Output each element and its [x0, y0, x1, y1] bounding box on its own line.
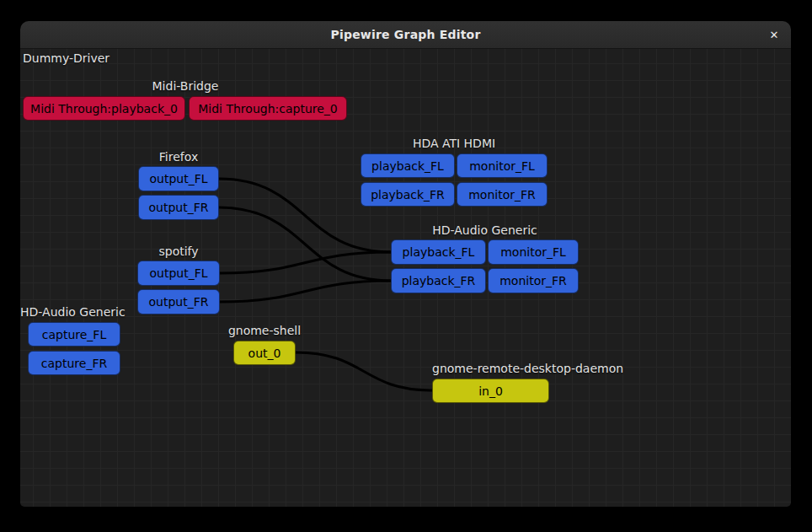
port-hd-audio-generic-playback-fr[interactable]: playback_FR — [391, 268, 486, 293]
node-dummy-driver-label[interactable]: Dummy-Driver — [23, 52, 110, 65]
node-gnome-remote-desktop-daemon-label[interactable]: gnome-remote-desktop-daemon — [432, 363, 623, 375]
titlebar[interactable]: Pipewire Graph Editor ✕ — [20, 21, 791, 49]
port-gnome-shell-out-0[interactable]: out_0 — [233, 341, 296, 365]
port-hd-audio-generic-capture-fl[interactable]: capture_FL — [28, 322, 120, 347]
node-hd-audio-generic-in-label[interactable]: HD-Audio Generic — [20, 306, 123, 319]
graph-canvas[interactable]: Dummy-Driver Midi-Bridge Midi Through:pl… — [20, 49, 791, 507]
node-gnome-shell-label[interactable]: gnome-shell — [227, 325, 302, 337]
port-hd-audio-generic-playback-fl[interactable]: playback_FL — [391, 239, 486, 265]
node-spotify-label[interactable]: spotify — [137, 245, 220, 258]
close-icon[interactable]: ✕ — [764, 24, 784, 45]
node-midi-bridge-label[interactable]: Midi-Bridge — [23, 80, 348, 93]
link-firefox-fr-to-hdaudio-playback-fr — [219, 207, 391, 281]
port-midi-through-playback-0[interactable]: Midi Through:playback_0 — [23, 96, 185, 121]
link-spotify-fl-to-hdaudio-playback-fl — [220, 252, 391, 273]
node-hd-audio-generic-out-label[interactable]: HD-Audio Generic — [391, 224, 579, 237]
node-firefox-label[interactable]: Firefox — [138, 151, 219, 164]
port-hda-ati-hdmi-monitor-fr[interactable]: monitor_FR — [457, 182, 548, 207]
window-title: Pipewire Graph Editor — [330, 28, 480, 41]
link-spotify-fr-to-hdaudio-playback-fr — [220, 281, 391, 302]
node-hda-ati-hdmi-label[interactable]: HDA ATI HDMI — [361, 137, 548, 150]
link-gnome-shell-out0-to-grd-in0 — [296, 352, 432, 390]
port-gnome-remote-desktop-daemon-in-0[interactable]: in_0 — [432, 379, 549, 403]
port-hd-audio-generic-monitor-fr[interactable]: monitor_FR — [488, 268, 579, 293]
pipewire-graph-editor-window: Pipewire Graph Editor ✕ Dummy-Driver Mid… — [20, 21, 791, 507]
port-spotify-output-fr[interactable]: output_FR — [137, 289, 220, 314]
port-hd-audio-generic-monitor-fl[interactable]: monitor_FL — [488, 239, 579, 265]
port-hda-ati-hdmi-playback-fr[interactable]: playback_FR — [361, 182, 455, 207]
port-spotify-output-fl[interactable]: output_FL — [137, 261, 220, 286]
port-hda-ati-hdmi-playback-fl[interactable]: playback_FL — [361, 153, 455, 178]
port-hd-audio-generic-capture-fr[interactable]: capture_FR — [28, 351, 120, 375]
port-firefox-output-fl[interactable]: output_FL — [138, 166, 219, 191]
port-midi-through-capture-0[interactable]: Midi Through:capture_0 — [189, 96, 347, 121]
port-firefox-output-fr[interactable]: output_FR — [138, 195, 219, 220]
port-hda-ati-hdmi-monitor-fl[interactable]: monitor_FL — [457, 153, 548, 178]
